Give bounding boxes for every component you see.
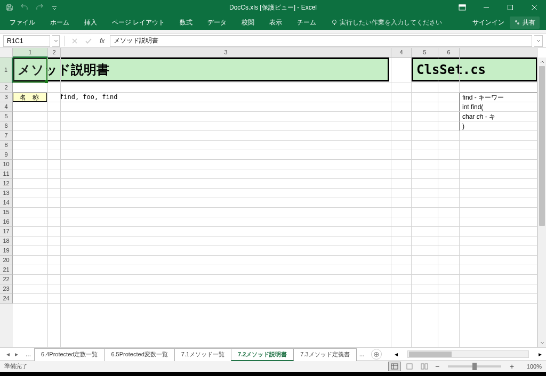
signin-link[interactable]: サインイン bbox=[472, 18, 504, 27]
ribbon-display-icon[interactable] bbox=[450, 0, 474, 15]
label-name-cell: 名 称 bbox=[13, 93, 47, 102]
taskbar-strip bbox=[0, 372, 546, 376]
new-sheet-button[interactable]: ⊕ bbox=[371, 349, 382, 360]
name-box[interactable]: R1C1 bbox=[3, 35, 50, 47]
cells-area[interactable]: メソッド説明書 ClsSet.cs 名 称 find, foo, find fi… bbox=[13, 58, 537, 347]
row-header-2[interactable]: 2 bbox=[0, 83, 13, 93]
row-header-13[interactable]: 13 bbox=[0, 189, 13, 198]
tell-me-placeholder: 実行したい作業を入力してください bbox=[340, 18, 442, 27]
row-header-9[interactable]: 9 bbox=[0, 150, 13, 160]
column-header-2[interactable]: 2 bbox=[48, 48, 61, 58]
row-header-1[interactable]: 1 bbox=[0, 58, 13, 83]
tab-file[interactable]: ファイル bbox=[2, 15, 43, 30]
column-header-5[interactable]: 5 bbox=[412, 48, 438, 58]
row-header-19[interactable]: 19 bbox=[0, 246, 13, 256]
status-ready: 準備完了 bbox=[4, 362, 28, 370]
sheet-tab-3[interactable]: 7.2メソッド説明書 bbox=[231, 348, 294, 361]
redo-icon[interactable] bbox=[34, 2, 45, 13]
sheet-overflow-left[interactable]: ... bbox=[22, 350, 34, 358]
zoom-slider[interactable] bbox=[448, 365, 501, 368]
tab-team[interactable]: チーム bbox=[290, 15, 324, 30]
row-header-7[interactable]: 7 bbox=[0, 131, 13, 141]
tab-home[interactable]: ホーム bbox=[43, 15, 77, 30]
row-header-23[interactable]: 23 bbox=[0, 284, 13, 294]
zoom-slider-thumb[interactable] bbox=[472, 363, 477, 370]
row-header-21[interactable]: 21 bbox=[0, 265, 13, 275]
ribbon-collapsed-body bbox=[0, 30, 546, 34]
sheet-nav-first[interactable]: ◂ bbox=[4, 349, 12, 359]
column-header-4[interactable]: 4 bbox=[391, 48, 412, 58]
view-page-break-button[interactable] bbox=[418, 362, 431, 371]
hscroll-left-button[interactable]: ◂ bbox=[392, 350, 400, 358]
column-header-3[interactable]: 3 bbox=[61, 48, 391, 58]
row-header-24[interactable]: 24 bbox=[0, 294, 13, 304]
minimize-button[interactable] bbox=[474, 0, 498, 15]
title-block-filename: ClsSet.cs bbox=[412, 58, 537, 81]
svg-rect-2 bbox=[508, 5, 512, 10]
view-page-layout-button[interactable] bbox=[403, 362, 416, 371]
tab-view[interactable]: 表示 bbox=[262, 15, 290, 30]
sheet-tab-4[interactable]: 7.3メソッド定義書 bbox=[293, 348, 356, 361]
maximize-button[interactable] bbox=[498, 0, 522, 15]
tab-page-layout[interactable]: ページ レイアウト bbox=[105, 15, 172, 30]
row-header-17[interactable]: 17 bbox=[0, 227, 13, 236]
view-normal-button[interactable] bbox=[388, 362, 401, 371]
row-header-20[interactable]: 20 bbox=[0, 256, 13, 265]
select-all-corner[interactable] bbox=[0, 48, 13, 58]
column-header-1[interactable]: 1 bbox=[13, 48, 48, 58]
row-header-10[interactable]: 10 bbox=[0, 160, 13, 169]
row-header-22[interactable]: 22 bbox=[0, 275, 13, 284]
tell-me-search[interactable]: 実行したい作業を入力してください bbox=[324, 15, 449, 30]
row-header-15[interactable]: 15 bbox=[0, 208, 13, 217]
vertical-scrollbar[interactable] bbox=[537, 58, 546, 347]
row-header-3[interactable]: 3 bbox=[0, 93, 13, 102]
sheet-tab-0[interactable]: 6.4Protected定数一覧 bbox=[34, 348, 105, 361]
enter-formula-button[interactable] bbox=[83, 35, 94, 47]
sheet-tab-1[interactable]: 6.5Protected変数一覧 bbox=[104, 348, 174, 361]
row-header-8[interactable]: 8 bbox=[0, 141, 13, 150]
sheet-nav: ◂ ▸ bbox=[2, 349, 22, 359]
tab-insert[interactable]: 挿入 bbox=[77, 15, 105, 30]
fx-label[interactable]: fx bbox=[97, 37, 108, 45]
horizontal-scroll-thumb[interactable] bbox=[409, 352, 452, 357]
tab-formulas[interactable]: 数式 bbox=[172, 15, 200, 30]
share-button[interactable]: 共有 bbox=[510, 17, 540, 29]
code-block: find - キーワー int find( char ch - キ ) bbox=[460, 93, 537, 131]
cancel-formula-button[interactable] bbox=[69, 35, 81, 47]
qat-customize-icon[interactable] bbox=[49, 2, 60, 13]
hscroll-right-button[interactable]: ▸ bbox=[536, 350, 544, 358]
horizontal-scrollbar[interactable] bbox=[407, 350, 529, 358]
vertical-scroll-thumb[interactable] bbox=[539, 66, 545, 226]
row-headers: 123456789101112131415161718192021222324 bbox=[0, 58, 13, 347]
row-header-5[interactable]: 5 bbox=[0, 112, 13, 121]
name-box-dropdown[interactable] bbox=[52, 35, 60, 47]
scroll-up-button[interactable] bbox=[538, 58, 546, 66]
row-header-6[interactable]: 6 bbox=[0, 121, 13, 131]
tab-review[interactable]: 校閲 bbox=[234, 15, 262, 30]
formula-bar-expand[interactable] bbox=[534, 35, 543, 47]
tab-data[interactable]: データ bbox=[200, 15, 234, 30]
sheet-tab-2[interactable]: 7.1メソッド一覧 bbox=[174, 348, 231, 361]
column-header-6[interactable]: 6 bbox=[438, 48, 460, 58]
sheet-overflow-right[interactable]: ... bbox=[356, 350, 368, 358]
column-header-7[interactable] bbox=[460, 48, 537, 58]
spreadsheet-grid: 123456 123456789101112131415161718192021… bbox=[0, 48, 546, 347]
formula-input[interactable]: メソッド説明書 bbox=[110, 35, 532, 47]
svg-point-4 bbox=[515, 20, 517, 22]
row-header-4[interactable]: 4 bbox=[0, 102, 13, 112]
zoom-out-button[interactable]: − bbox=[433, 362, 441, 371]
close-button[interactable] bbox=[522, 0, 546, 15]
zoom-in-button[interactable]: + bbox=[508, 362, 516, 371]
row-header-16[interactable]: 16 bbox=[0, 217, 13, 227]
row-header-11[interactable]: 11 bbox=[0, 169, 13, 179]
undo-icon[interactable] bbox=[19, 2, 30, 13]
zoom-percentage[interactable]: 100% bbox=[518, 363, 542, 370]
row-header-12[interactable]: 12 bbox=[0, 179, 13, 189]
formula-bar: R1C1 fx メソッド説明書 bbox=[0, 34, 546, 48]
row-header-14[interactable]: 14 bbox=[0, 198, 13, 208]
sheet-nav-prev[interactable]: ▸ bbox=[13, 349, 20, 359]
scroll-down-button[interactable] bbox=[538, 339, 546, 347]
save-icon[interactable] bbox=[4, 2, 15, 13]
row-header-18[interactable]: 18 bbox=[0, 236, 13, 246]
svg-rect-9 bbox=[425, 364, 428, 369]
